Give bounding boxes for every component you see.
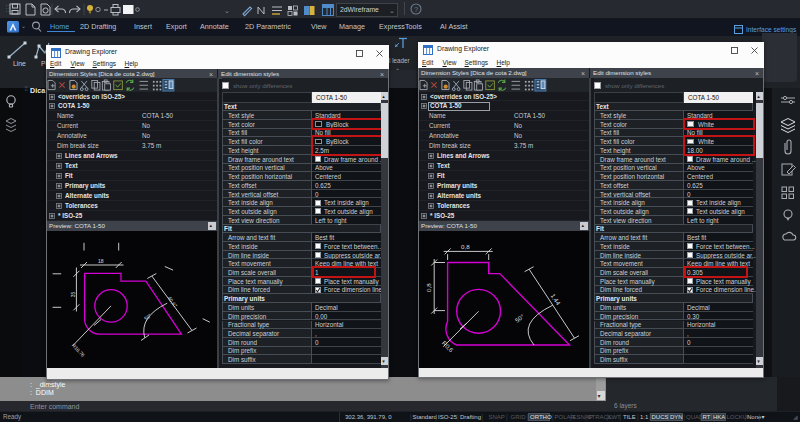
svg-text:50°: 50° [514,312,526,323]
svg-text:40,67: 40,67 [167,294,179,308]
svg-text:0,8: 0,8 [425,282,432,291]
svg-text:R18,76: R18,76 [71,342,87,358]
svg-text:0,8: 0,8 [461,243,470,250]
svg-text:50°: 50° [143,312,153,321]
svg-text:R0,6: R0,6 [441,339,456,354]
svg-text:1,44: 1,44 [550,292,563,306]
svg-text:35: 35 [70,291,76,297]
svg-text:?: ? [414,5,418,14]
svg-text:18: 18 [98,258,104,264]
